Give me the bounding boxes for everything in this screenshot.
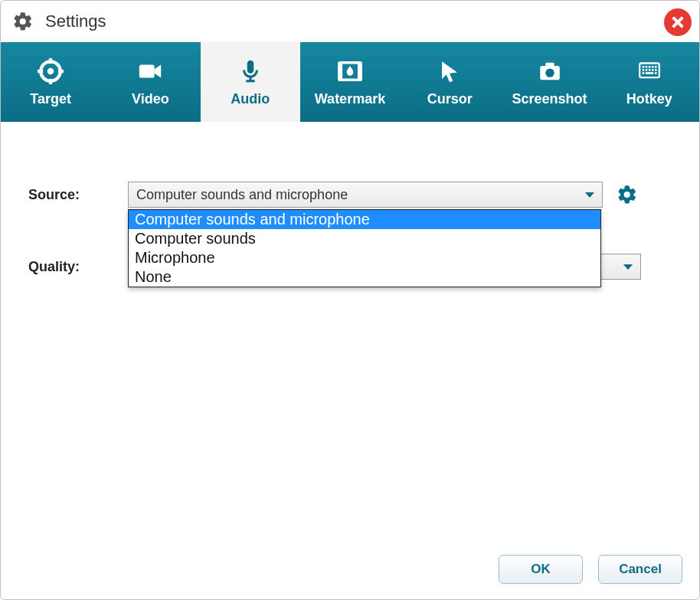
source-option[interactable]: None bbox=[129, 267, 600, 287]
chevron-down-icon bbox=[585, 192, 594, 198]
screenshot-icon bbox=[536, 57, 564, 85]
svg-point-15 bbox=[545, 68, 554, 77]
svg-rect-29 bbox=[655, 72, 657, 74]
tab-label: Cursor bbox=[427, 91, 473, 107]
tab-target[interactable]: Target bbox=[1, 42, 100, 122]
tab-label: Video bbox=[132, 91, 169, 107]
svg-rect-19 bbox=[649, 66, 651, 68]
cancel-button[interactable]: Cancel bbox=[598, 555, 682, 584]
source-label: Source: bbox=[28, 187, 128, 203]
svg-rect-17 bbox=[642, 66, 644, 68]
tab-label: Target bbox=[30, 91, 71, 107]
tab-watermark[interactable]: Watermark bbox=[300, 42, 400, 122]
source-option[interactable]: Computer sounds and microphone bbox=[129, 210, 600, 229]
source-option[interactable]: Microphone bbox=[129, 248, 600, 267]
svg-rect-12 bbox=[358, 62, 361, 80]
svg-rect-22 bbox=[642, 69, 644, 71]
source-settings-button[interactable] bbox=[615, 182, 639, 207]
svg-rect-24 bbox=[649, 69, 651, 71]
target-icon bbox=[37, 57, 64, 85]
source-dropdown[interactable]: Computer sounds and microphone bbox=[128, 182, 603, 208]
chevron-down-icon bbox=[623, 264, 633, 270]
video-icon bbox=[136, 57, 164, 85]
svg-rect-26 bbox=[655, 69, 657, 71]
settings-window: Settings Target Video Audio Wa bbox=[0, 0, 700, 600]
watermark-icon bbox=[336, 57, 364, 85]
content-panel: Source: Computer sounds and microphone Q… bbox=[1, 122, 699, 550]
svg-rect-25 bbox=[652, 69, 654, 71]
hotkey-icon bbox=[636, 57, 663, 85]
cursor-icon bbox=[436, 57, 463, 85]
svg-rect-18 bbox=[646, 66, 648, 68]
tab-cursor[interactable]: Cursor bbox=[400, 42, 499, 122]
svg-rect-20 bbox=[652, 66, 654, 68]
ok-button[interactable]: OK bbox=[499, 555, 583, 584]
svg-rect-27 bbox=[642, 72, 644, 74]
tab-audio[interactable]: Audio bbox=[201, 42, 300, 122]
dialog-footer: OK Cancel bbox=[1, 550, 699, 599]
tab-label: Audio bbox=[231, 91, 270, 107]
source-option[interactable]: Computer sounds bbox=[129, 229, 600, 248]
window-title: Settings bbox=[45, 11, 106, 31]
titlebar: Settings bbox=[1, 1, 699, 42]
audio-icon bbox=[237, 57, 264, 85]
svg-point-1 bbox=[47, 67, 54, 74]
tab-bar: Target Video Audio Watermark Cursor bbox=[1, 42, 699, 122]
svg-rect-6 bbox=[139, 64, 155, 77]
svg-rect-14 bbox=[545, 62, 554, 67]
tab-label: Watermark bbox=[315, 91, 385, 107]
tab-label: Screenshot bbox=[512, 91, 587, 107]
tab-video[interactable]: Video bbox=[100, 42, 200, 122]
svg-rect-21 bbox=[655, 66, 657, 68]
svg-rect-28 bbox=[646, 72, 654, 74]
source-selected-value: Computer sounds and microphone bbox=[136, 187, 348, 203]
tab-screenshot[interactable]: Screenshot bbox=[499, 42, 599, 122]
close-button[interactable] bbox=[664, 8, 692, 36]
source-dropdown-list: Computer sounds and microphone Computer … bbox=[128, 209, 601, 287]
svg-rect-7 bbox=[247, 60, 254, 73]
tab-hotkey[interactable]: Hotkey bbox=[600, 42, 699, 122]
svg-rect-11 bbox=[339, 62, 342, 80]
source-row: Source: Computer sounds and microphone bbox=[28, 182, 672, 208]
quality-label: Quality: bbox=[28, 259, 128, 275]
svg-rect-23 bbox=[646, 69, 648, 71]
tab-label: Hotkey bbox=[626, 91, 672, 107]
settings-gear-icon bbox=[11, 10, 34, 33]
